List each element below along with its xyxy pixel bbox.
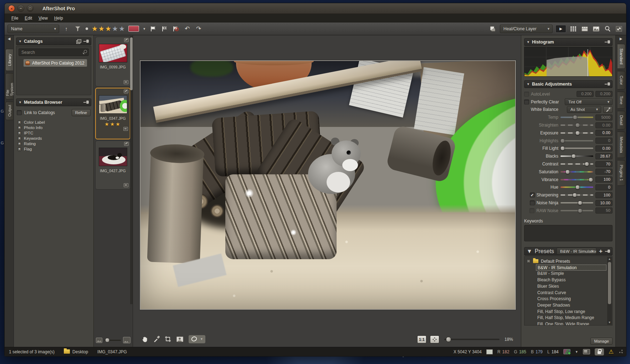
preset-item[interactable]: Deeper Shadows [536,302,606,309]
browse-view-button[interactable] [580,25,589,33]
pin-icon[interactable] [605,40,610,44]
blacks-value[interactable]: 28.67 [595,153,613,159]
slider-handle[interactable] [575,185,580,190]
autolevel-checkbox[interactable] [524,92,529,97]
tree-item-color-label[interactable]: + Color Label [17,120,91,125]
collapse-triangle-icon[interactable]: ▼ [527,82,530,86]
refine-button[interactable]: Refine [72,109,91,116]
tab-color[interactable]: Color [618,71,625,89]
crop-tool-button[interactable] [165,336,171,342]
pin-icon[interactable] [605,250,610,253]
preset-item[interactable]: B&W - Simple [536,271,606,277]
preset-select[interactable]: B&W - IR Simulation ▼ [557,248,596,255]
tab-file-system[interactable]: File System [5,73,13,99]
presets-scrollbar[interactable]: ▲ ▼ [607,257,612,325]
large-thumbnail-icon[interactable] [123,337,130,343]
white-balance-select[interactable]: As Shot ▼ [567,106,601,113]
link-to-catalogs-checkbox[interactable] [17,110,22,115]
add-preset-button[interactable]: + [599,248,603,254]
histogram-header[interactable]: ▼ Histogram [524,38,613,46]
sharpening-checkbox[interactable]: ✓ [530,193,535,198]
soft-proof-icon[interactable] [583,349,590,354]
perfectly-clear-checkbox[interactable] [524,99,529,104]
redeye-tool-button[interactable] [176,336,184,342]
slider-handle[interactable] [560,146,565,151]
minimize-button[interactable]: − [17,5,24,12]
fill-light-value[interactable]: 0.00 [595,145,613,152]
tab-output[interactable]: Output [5,102,13,120]
menu-view[interactable]: View [35,16,51,21]
close-button[interactable]: × [8,5,15,12]
scroll-up-icon[interactable]: ▲ [607,257,612,261]
fit-to-window-button[interactable] [430,335,439,343]
preset-item[interactable]: Bleach Bypass [536,277,606,283]
zoom-slider[interactable] [444,339,500,340]
preset-item[interactable]: Fill, One Stop, Wide Range [536,321,606,325]
image-view-button[interactable] [592,25,600,33]
search-input[interactable] [19,48,89,56]
expand-plus-icon[interactable]: + [17,126,21,130]
scroll-down-icon[interactable]: ▼ [607,321,612,325]
maximize-button[interactable]: □ [27,5,34,12]
tree-item-keywords[interactable]: + Keywords [17,136,91,141]
collapse-minus-icon[interactable]: − [527,259,531,263]
thumbnail-img-0347-selected[interactable]: IMG_0347.JPG ★★★ [95,88,130,139]
filter-button[interactable] [73,25,82,33]
keywords-input[interactable] [524,225,613,241]
rating-filter[interactable]: ★★★★★ [92,25,126,32]
collapse-triangle-icon[interactable]: ▼ [527,40,530,44]
preset-item[interactable]: Fill, Half Stop, Low range [536,309,606,315]
hue-value[interactable]: 0 [595,184,613,190]
vibrance-value[interactable]: 100 [595,176,613,183]
slider-handle[interactable] [446,337,451,342]
collapse-right-panel-icon[interactable]: ▶ [616,37,626,41]
new-catalog-icon[interactable] [76,39,81,43]
temp-value[interactable]: 5000 [595,114,613,121]
slider-handle[interactable] [560,138,565,143]
preset-item[interactable]: Bluer Skies [536,283,606,290]
slider-handle[interactable] [588,177,593,182]
thumbnail-image[interactable] [99,44,127,62]
hue-slider[interactable] [560,186,593,188]
contrast-value[interactable]: 70 [595,161,613,167]
tab-library[interactable]: Library [5,49,13,71]
preset-item[interactable]: Fill, Half Stop, Medium Range [536,315,606,321]
raw-noise-checkbox[interactable] [529,208,534,213]
thumbnail-rating-stars[interactable]: ★★★ [96,121,130,127]
filmstrip-scrollbar[interactable] [130,36,133,304]
actual-size-button[interactable]: 1:1 [417,335,426,343]
white-balance-picker-button[interactable] [603,106,613,113]
exposure-slider[interactable] [560,132,593,134]
grid-view-button[interactable] [569,25,578,33]
slider-handle[interactable] [578,201,583,205]
star-icons-empty[interactable]: ★★ [112,25,126,32]
photo-canvas[interactable] [140,60,516,310]
blacks-slider[interactable] [560,155,593,157]
layer-type-select[interactable]: Heal/Clone Layer ▼ [500,25,553,33]
tree-item-rating[interactable]: + Rating [17,141,91,146]
menu-edit[interactable]: Edit [21,16,35,21]
pan-tool-button[interactable] [142,336,148,343]
tab-metadata[interactable]: Metadata [618,132,625,158]
sort-field-select[interactable]: Name ▼ [7,25,59,33]
tab-plugins[interactable]: Plugins 1 [618,160,625,186]
warning-icon[interactable]: ⚠ [609,349,614,355]
sharpening-slider[interactable] [560,194,593,196]
chevron-down-icon[interactable]: ▼ [143,27,146,31]
noise-ninja-slider[interactable] [560,202,593,204]
noise-ninja-checkbox[interactable] [530,200,535,205]
raw-noise-slider[interactable] [560,210,593,211]
expand-plus-icon[interactable]: + [17,131,21,135]
slider-handle[interactable] [575,130,580,135]
highlights-value[interactable]: 0 [595,138,613,144]
exposure-value[interactable]: 0.00 [595,130,613,136]
menu-file[interactable]: File [8,16,21,21]
slideshow-button[interactable]: ▶ [555,25,566,33]
slider-handle[interactable] [573,115,578,120]
chevron-down-icon[interactable]: ▼ [200,337,203,341]
thumbnail-img-0099[interactable]: IMG_0099.JPG [95,37,130,87]
color-label-swatch[interactable] [128,26,139,32]
loupe-button[interactable] [603,25,612,33]
star-icons-filled[interactable]: ★★★ [92,25,112,32]
slider-handle[interactable] [584,162,589,166]
